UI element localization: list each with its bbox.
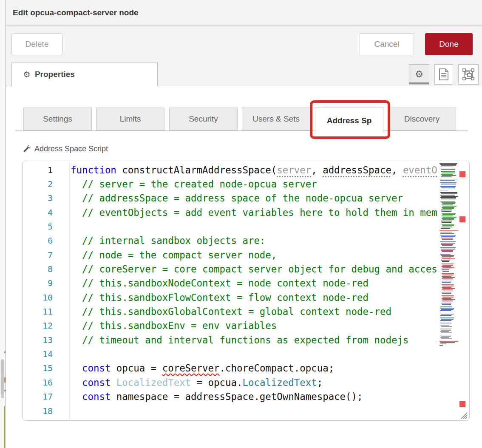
delete-button[interactable]: Delete — [11, 33, 62, 55]
code-text: // coreServer = core compact server obje… — [71, 264, 437, 275]
code-line[interactable]: 19 const Variant = opcua.Variant; — [23, 418, 469, 421]
minimap-row — [440, 232, 452, 233]
code-line[interactable]: 17 const namespace = addressSpace.getOwn… — [23, 390, 469, 404]
line-number: 10 — [23, 292, 53, 303]
minimap-row — [440, 186, 456, 187]
code-line[interactable]: 18 — [23, 404, 469, 418]
code-line[interactable]: 9 // this.sandboxNodeContext = node cont… — [23, 276, 469, 290]
resize-grip[interactable] — [459, 411, 467, 419]
minimap-row — [442, 280, 452, 281]
minimap-row — [440, 182, 456, 183]
done-button[interactable]: Done — [425, 33, 473, 55]
tab-address-space[interactable]: Address Sp — [315, 108, 383, 133]
code-line[interactable]: 2 // server = the created node-opcua ser… — [23, 177, 469, 191]
minimap-row — [441, 258, 451, 258]
minimap-row — [440, 201, 455, 202]
minimap-row — [442, 224, 454, 225]
tab-security[interactable]: Security — [169, 108, 238, 130]
minimap-row — [442, 225, 454, 226]
code-line[interactable]: 7 // node = the compact server node, — [23, 248, 469, 262]
minimap-row — [441, 292, 451, 293]
code-line[interactable]: 6 // internal sandbox objects are: — [23, 234, 469, 248]
minimap-row — [440, 233, 454, 234]
editor-tabs-row: ⚙ Properties ⚙ — [6, 62, 482, 86]
code-editor[interactable]: 1function constructAlarmAddressSpace(ser… — [22, 161, 470, 421]
minimap-row — [442, 256, 454, 257]
minimap-row — [442, 269, 449, 270]
line-number: 3 — [23, 193, 53, 203]
minimap-row — [442, 304, 451, 305]
minimap-row — [441, 221, 452, 221]
code-line[interactable]: 16 const LocalizedText = opcua.Localized… — [23, 375, 469, 389]
minimap-row — [439, 283, 459, 284]
cancel-button[interactable]: Cancel — [360, 33, 414, 55]
minimap[interactable] — [439, 163, 459, 346]
line-number: 9 — [23, 278, 53, 288]
minimap-row — [440, 247, 456, 248]
minimap-row — [442, 287, 451, 288]
code-line[interactable]: 8 // coreServer = core compact server ob… — [23, 262, 469, 276]
workspace-scrollbar[interactable] — [1, 359, 4, 398]
minimap-row — [440, 343, 446, 344]
code-line[interactable]: 4 // eventObjects = add event variables … — [23, 205, 469, 219]
minimap-row — [440, 313, 454, 314]
code-line[interactable]: 1function constructAlarmAddressSpace(ser… — [23, 163, 469, 177]
code-line[interactable]: 5 — [23, 219, 469, 233]
minimap-row — [439, 252, 459, 253]
minimap-row — [440, 168, 456, 169]
code-line[interactable]: 13 // timeout and interval functions as … — [23, 333, 469, 347]
dialog-title: Edit opcua-compact-server node — [13, 0, 139, 26]
minimap-row — [441, 193, 457, 194]
workspace-edge-strip — [0, 0, 6, 448]
minimap-row — [439, 212, 459, 213]
minimap-row — [441, 330, 451, 331]
workspace-mark — [4, 377, 6, 383]
minimap-row — [441, 210, 452, 210]
node-description-button[interactable] — [434, 64, 453, 85]
minimap-row — [439, 321, 459, 322]
minimap-row — [442, 273, 454, 274]
minimap-row — [439, 181, 459, 182]
minimap-row — [439, 334, 459, 335]
node-appearance-button[interactable] — [458, 64, 479, 85]
node-properties-button[interactable]: ⚙ — [409, 64, 429, 85]
minimap-row — [441, 236, 455, 237]
workspace-mark — [4, 352, 6, 353]
minimap-row — [442, 282, 451, 283]
minimap-row — [441, 198, 456, 199]
minimap-row — [440, 197, 456, 198]
minimap-row — [439, 272, 459, 273]
tab-properties[interactable]: ⚙ Properties — [11, 62, 158, 86]
minimap-row — [440, 306, 452, 307]
code-line[interactable]: 10 // this.sandboxFlowContext = flow con… — [23, 290, 469, 304]
minimap-row — [442, 264, 454, 264]
tab-discovery[interactable]: Discovery — [388, 108, 456, 130]
code-line[interactable]: 15 const opcua = coreServer.choreCompact… — [23, 361, 469, 375]
minimap-row — [441, 303, 451, 304]
minimap-row — [439, 223, 459, 224]
minimap-row — [441, 338, 452, 339]
code-line[interactable]: 3 // addressSpace = address space of the… — [23, 191, 469, 205]
code-line[interactable]: 12 // this.sandboxEnv = env variables — [23, 319, 469, 333]
minimap-row — [439, 327, 459, 328]
tab-limits[interactable]: Limits — [96, 108, 164, 130]
code-line[interactable]: 14 — [23, 347, 469, 361]
minimap-row — [439, 341, 458, 342]
line-number: 19 — [23, 420, 53, 421]
minimap-row — [439, 229, 459, 230]
tab-settings[interactable]: Settings — [23, 108, 92, 130]
line-number: 2 — [23, 179, 53, 189]
section-label-row: Address Space Script — [22, 145, 108, 153]
minimap-row — [439, 170, 459, 171]
minimap-row — [442, 239, 453, 240]
tab-users-sets[interactable]: Users & Sets — [242, 108, 310, 130]
code-line[interactable]: 11 // this.sandboxGlobalContext = global… — [23, 304, 469, 318]
minimap-row — [441, 196, 458, 197]
overview-ruler — [459, 161, 465, 420]
minimap-row — [441, 332, 452, 333]
minimap-row — [442, 202, 456, 203]
code-text: // server = the created node-opcua serve… — [71, 179, 317, 190]
minimap-row — [440, 190, 448, 191]
line-number: 6 — [23, 235, 53, 246]
line-number: 14 — [23, 349, 53, 359]
